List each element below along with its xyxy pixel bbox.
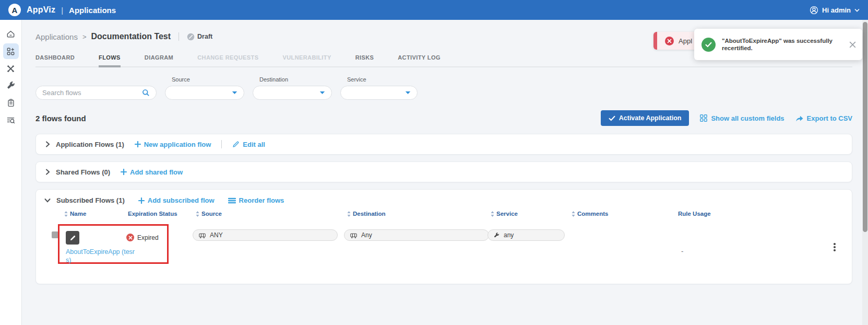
filters-row: Source Destination Service (35, 75, 852, 100)
traffic-icon (198, 232, 206, 239)
scrollbar[interactable] (862, 20, 868, 325)
brand-name: AppViz (27, 5, 55, 15)
application-flows-toggle[interactable]: Application Flows (1) (45, 141, 124, 148)
expiration-status-label: Expired (137, 234, 159, 241)
toast-message: "AboutToExpireApp" was successfully rece… (722, 37, 843, 52)
tab-diagram[interactable]: DIAGRAM (145, 54, 173, 61)
check-icon (609, 115, 615, 121)
pencil-icon (232, 141, 240, 148)
add-shared-flow-button[interactable]: Add shared flow (121, 168, 183, 176)
page-title: Documentation Test (91, 32, 171, 41)
show-custom-fields-label: Show all custom fields (711, 114, 784, 122)
application-flows-title: Application Flows (1) (56, 141, 124, 148)
sort-icon (347, 211, 351, 217)
column-label-name: Name (70, 211, 86, 217)
service-filter-group: Service (340, 76, 418, 100)
activate-application-label: Activate Application (619, 114, 682, 122)
service-filter-dropdown[interactable] (340, 86, 418, 100)
export-csv-label: Export to CSV (807, 114, 852, 122)
column-label-expiration: Expiration Status (128, 211, 177, 217)
user-menu[interactable]: Hi admin (810, 6, 860, 15)
sort-icon (572, 211, 575, 217)
column-header-service[interactable]: Service (491, 211, 518, 217)
subscribed-flows-toggle[interactable]: Subscribed Flows (1) (44, 196, 125, 204)
chevron-right-icon (45, 169, 50, 175)
destination-cell: Any (344, 229, 489, 241)
reorder-flows-label: Reorder flows (239, 196, 284, 204)
column-label-service: Service (496, 211, 518, 217)
subscribed-flows-header: Subscribed Flows (1) Add subscribed flow… (36, 190, 852, 204)
show-custom-fields-link[interactable]: Show all custom fields (699, 114, 784, 122)
tab-risks[interactable]: RISKS (355, 54, 374, 61)
wrench-icon (493, 232, 500, 239)
column-header-expiration: Expiration Status (128, 211, 177, 217)
chevron-down-icon (854, 8, 860, 12)
destination-filter-dropdown[interactable] (253, 86, 332, 100)
chevron-down-icon (232, 91, 237, 95)
sidebar-item-tools[interactable] (3, 78, 19, 94)
tab-activity-log[interactable]: ACTIVITY LOG (398, 54, 441, 61)
shared-flows-toggle[interactable]: Shared Flows (0) (45, 168, 110, 176)
reorder-icon (228, 198, 236, 204)
sidebar-item-home[interactable] (3, 26, 19, 42)
activate-application-button[interactable]: Activate Application (601, 110, 689, 126)
sort-icon (491, 211, 494, 217)
grid-icon (699, 114, 708, 122)
column-header-source[interactable]: Source (196, 211, 222, 217)
tab-flows[interactable]: FLOWS (99, 54, 121, 61)
sidebar-item-query[interactable] (3, 112, 19, 128)
appviz-logo-icon: A (8, 4, 21, 16)
success-toast: "AboutToExpireApp" was successfully rece… (694, 29, 862, 60)
destination-value: Any (361, 231, 372, 239)
column-header-comments[interactable]: Comments (572, 211, 608, 217)
service-cell: any (487, 229, 565, 241)
reorder-flows-button[interactable]: Reorder flows (228, 196, 284, 204)
export-csv-link[interactable]: Export to CSV (795, 114, 852, 122)
column-label-source: Source (201, 211, 222, 217)
main-content: Applications > Documentation Test Draft … (22, 20, 868, 325)
scrollbar-thumb[interactable] (863, 22, 867, 232)
applications-grid-icon (6, 47, 16, 56)
source-value: ANY (210, 231, 223, 239)
row-menu-button[interactable] (831, 241, 838, 253)
breadcrumb-divider (179, 32, 179, 41)
column-header-name[interactable]: Name (64, 211, 86, 217)
name-cell-highlight: Expired AboutToExpireApp (tesr s) (58, 224, 169, 264)
edit-all-label: Edit all (243, 141, 265, 148)
plus-icon (135, 141, 141, 147)
column-header-rule-usage: Rule Usage (678, 211, 711, 217)
new-application-flow-button[interactable]: New application flow (135, 141, 211, 148)
column-label-comments: Comments (577, 211, 608, 217)
edit-flow-button[interactable] (66, 231, 79, 245)
column-header-destination[interactable]: Destination (347, 211, 386, 217)
flow-name-line2: s) (66, 256, 166, 264)
tab-dashboard[interactable]: DASHBOARD (35, 54, 75, 61)
add-subscribed-flow-label: Add subscribed flow (148, 196, 215, 204)
toast-close-icon[interactable] (849, 41, 856, 48)
flows-found-count: 2 flows found (35, 114, 86, 123)
tab-change-requests: CHANGE REQUESTS (197, 54, 258, 61)
search-input[interactable] (42, 89, 142, 97)
sidebar-item-network-map[interactable] (3, 61, 19, 76)
breadcrumb-applications-link[interactable]: Applications (35, 32, 78, 41)
topbar-section-title: Applications (69, 6, 116, 15)
success-check-icon (701, 38, 716, 52)
flow-name-link[interactable]: AboutToExpireApp (tesr s) (66, 248, 166, 264)
top-bar: A AppViz | Applications Hi admin (0, 0, 868, 20)
sidebar-item-applications[interactable] (3, 43, 19, 59)
chevron-down-icon (319, 91, 325, 95)
sidebar-item-reports[interactable] (3, 95, 19, 111)
topbar-divider: | (61, 6, 63, 15)
destination-filter-group: Destination (253, 76, 332, 100)
search-list-icon (6, 115, 16, 125)
alert-accent-bar (653, 32, 657, 50)
tab-vulnerability: VULNERABILITY (282, 54, 331, 61)
draft-icon (187, 33, 195, 41)
sort-icon (64, 211, 68, 217)
source-filter-dropdown[interactable] (165, 86, 244, 100)
search-icon[interactable] (142, 89, 150, 97)
add-shared-flow-label: Add shared flow (130, 168, 183, 176)
add-subscribed-flow-button[interactable]: Add subscribed flow (138, 196, 215, 204)
source-cell: ANY (193, 229, 338, 241)
edit-all-button[interactable]: Edit all (232, 141, 265, 148)
